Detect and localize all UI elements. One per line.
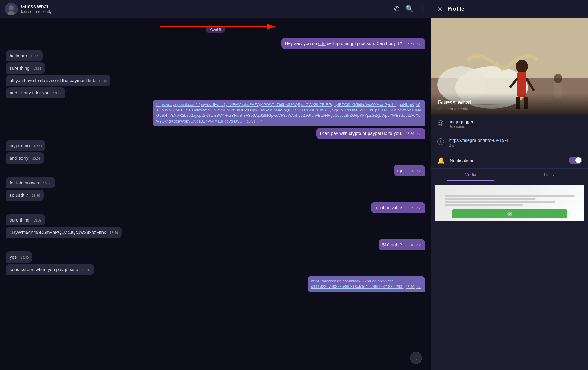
message-bubble: hello bro 13:31: [6, 50, 43, 61]
message-text: and sorry: [10, 155, 29, 161]
message-text: hello bro: [10, 53, 27, 58]
svg-point-18: [507, 212, 512, 216]
svg-point-15: [554, 74, 562, 83]
chat-header: Guess what last seen recently ✆ 🔍 ⋮: [0, 0, 431, 18]
message-time: 13:40: [82, 268, 90, 272]
message-bubble: https://pay.openai.com/c/pay/cs_live_a1y…: [153, 100, 425, 126]
more-icon[interactable]: ⋮: [420, 5, 426, 13]
message-bubble: I can pay with crypto or paypal up to yo…: [316, 128, 425, 139]
media-item[interactable]: [435, 185, 584, 221]
svg-point-9: [516, 60, 528, 73]
media-grid: [431, 181, 588, 225]
profile-username-row: @ niqqqqqqger Username: [431, 115, 588, 133]
message-time: 13:40: [21, 256, 29, 259]
profile-seen-overlay: last seen recently: [437, 107, 582, 111]
message-time: 13:39 ✓✓: [406, 169, 421, 173]
avatar[interactable]: [5, 3, 18, 15]
svg-point-1: [9, 5, 14, 10]
link-message-text[interactable]: https://pay.openai.com/c/pay/cs_live_a1y…: [156, 102, 421, 123]
message-row: $10 right? 13:40 ✓✓: [6, 239, 425, 250]
bell-icon: 🔔: [437, 157, 445, 164]
date-divider: April 6: [6, 26, 425, 33]
blockchain-link-text[interactable]: https://blockchain.com/btc/tx/067d0b420c…: [311, 279, 402, 289]
phone-icon[interactable]: ✆: [394, 5, 399, 13]
message-text: crypto bro: [10, 143, 30, 148]
username-label: Username: [448, 125, 582, 129]
message-time: 13:32: [99, 79, 107, 83]
notifications-row: 🔔 Notifications: [431, 152, 588, 169]
message-text: sure thing: [10, 65, 30, 71]
profile-header: ✕ Profile: [431, 0, 588, 18]
message-text: btc if possible: [375, 205, 402, 210]
media-tabs: Media Links: [431, 169, 588, 181]
bio-value[interactable]: https://telegra.ph/Info-09-19-4: [449, 138, 582, 143]
bio-content: https://telegra.ph/Info-09-19-4 Bio: [449, 138, 582, 148]
message-text: for late answer: [10, 180, 39, 185]
message-time: 13:31: [33, 67, 42, 70]
message-row: so usdt ? 13:39: [6, 190, 425, 201]
check-marks: ✓✓: [416, 206, 421, 210]
message-text: Hey saw you on c.to selling chatgpt plus…: [285, 41, 402, 46]
message-bubble: and i'll pay it for you 13:32: [6, 87, 65, 98]
message-text: sure thing: [10, 217, 30, 222]
message-bubble: so usdt ? 13:39: [6, 190, 44, 201]
message-bubble: and sorry 13:39: [6, 152, 44, 164]
link-text[interactable]: c.to: [318, 41, 326, 46]
message-time: 13:39: [33, 218, 42, 222]
message-row: btc if possible 13:39 ✓✓: [6, 202, 425, 213]
message-bubble: for late answer 13:39: [6, 177, 55, 188]
tab-links[interactable]: Links: [510, 169, 588, 181]
message-text: so usdt ?: [10, 193, 28, 198]
message-text: send screen when you pay please: [10, 267, 78, 272]
message-text: and i'll pay it for you: [10, 90, 50, 95]
search-icon[interactable]: 🔍: [405, 5, 414, 13]
messages-area[interactable]: April 6 Hey saw you on c.to selling chat…: [0, 18, 431, 370]
message-time: 13:33 ✓✓: [247, 120, 263, 123]
message-row: send screen when you pay please 13:40: [6, 264, 425, 275]
profile-panel: ✕ Profile: [431, 0, 588, 370]
message-text: yes: [10, 254, 17, 260]
profile-close-icon[interactable]: ✕: [437, 5, 443, 13]
message-bubble: crypto bro 13:39: [6, 140, 45, 151]
contact-info: Guess what last seen recently: [21, 4, 394, 14]
message-time: 13:31 ✓✓: [406, 42, 421, 46]
message-bubble: sure thing 13:31: [6, 62, 45, 74]
info-icon: i: [437, 138, 444, 145]
message-time: 13:39 ✓✓: [406, 132, 421, 136]
contact-name: Guess what: [21, 4, 394, 9]
scroll-down-button[interactable]: ⌄: [410, 352, 422, 364]
message-time: 13:31: [31, 54, 39, 58]
message-row: Hey saw you on c.to selling chatgpt plus…: [6, 38, 425, 49]
message-row: and sorry 13:39: [6, 152, 425, 164]
message-row: for late answer 13:39: [6, 177, 425, 188]
message-time: 13:39: [32, 157, 41, 160]
message-time: 13:40 ✓✓: [406, 243, 421, 247]
message-row: I can pay with crypto or paypal up to yo…: [6, 128, 425, 139]
header-icons: ✆ 🔍 ⋮: [394, 5, 426, 13]
message-time: 13:40 ✓✓: [406, 285, 421, 289]
message-row: https://blockchain.com/btc/tx/067d0b420c…: [6, 276, 425, 292]
notifications-toggle[interactable]: [569, 157, 582, 164]
message-bubble: Hey saw you on c.to selling chatgpt plus…: [281, 38, 425, 49]
message-time: 13:39: [43, 181, 52, 185]
check-marks: ✓✓: [416, 285, 421, 289]
message-bubble: $10 right? 13:40 ✓✓: [379, 239, 425, 250]
media-text-line: [445, 195, 575, 197]
tab-media[interactable]: Media: [431, 169, 510, 181]
check-marks: ✓✓: [416, 243, 421, 247]
username-content: niqqqqqqger Username: [448, 119, 582, 129]
date-label: April 6: [206, 26, 225, 33]
message-text: np: [397, 168, 402, 173]
message-time: 13:32: [53, 91, 62, 95]
media-text-line: [445, 201, 555, 203]
message-text: $10 right?: [382, 242, 402, 247]
message-bubble: send screen when you pay please 13:40: [6, 264, 94, 275]
check-marks: ✓✓: [416, 42, 421, 46]
message-text: 1HyWm6qnmAD5mFhPQUZcJQcuwS8xbzMfnx: [10, 230, 106, 235]
media-green-button: [452, 209, 567, 218]
at-icon: @: [437, 120, 443, 126]
message-time: 13:39 ✓✓: [406, 206, 421, 210]
message-bubble: https://blockchain.com/btc/tx/067d0b420c…: [308, 276, 425, 292]
message-bubble: sure thing 13:39: [6, 214, 45, 225]
media-text-line: [445, 204, 523, 206]
